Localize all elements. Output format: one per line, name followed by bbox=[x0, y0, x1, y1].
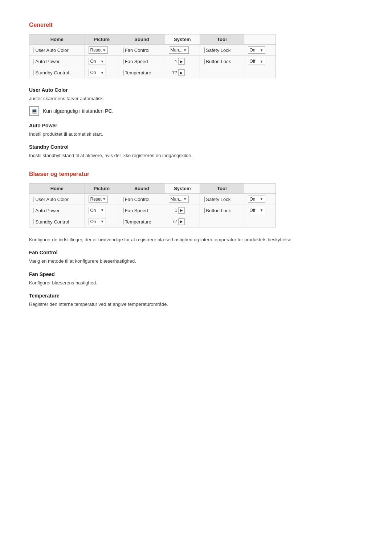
dropdown-box[interactable]: On ▼ bbox=[89, 69, 106, 76]
tab-sound[interactable]: Sound bbox=[119, 183, 165, 193]
dropdown-arrow-icon: ▼ bbox=[101, 219, 104, 223]
dropdown-box[interactable]: Reset ▼ bbox=[89, 196, 108, 203]
col5-label bbox=[200, 67, 244, 78]
dropdown-box[interactable]: Man... ▼ bbox=[169, 46, 189, 54]
value-display: 77 bbox=[169, 219, 177, 224]
pipe-icon: | bbox=[123, 69, 124, 75]
subsection-heading: Temperature bbox=[29, 293, 363, 299]
section-blaaser-og-temperatur: Blæser og temperatur HomePictureSoundSys… bbox=[29, 171, 363, 308]
pipe-icon: | bbox=[123, 196, 124, 202]
dropdown-arrow-icon: ▼ bbox=[260, 59, 264, 63]
col4-control: Man... ▼ bbox=[165, 193, 200, 205]
col4-control: 77 ▶ bbox=[165, 67, 200, 78]
col1-label: |Auto Power bbox=[29, 205, 85, 216]
tab-home[interactable]: Home bbox=[29, 183, 85, 193]
dropdown-box[interactable]: On ▼ bbox=[248, 46, 265, 54]
tab-picture[interactable]: Picture bbox=[85, 34, 119, 45]
dropdown-value: On bbox=[90, 59, 96, 64]
dropdown-value: On bbox=[90, 219, 96, 224]
pipe-icon: | bbox=[123, 207, 124, 213]
col2-control: On ▼ bbox=[85, 67, 119, 78]
arrow-right-button[interactable]: ▶ bbox=[178, 207, 185, 214]
col6-control bbox=[244, 216, 275, 227]
pc-icon: 💻 bbox=[29, 106, 39, 116]
tab-sound[interactable]: Sound bbox=[119, 34, 165, 45]
col3-label: |Temperature bbox=[119, 216, 165, 227]
dropdown-arrow-icon: ▼ bbox=[102, 48, 106, 52]
menu-table: HomePictureSoundSystemTool |User Auto Co… bbox=[29, 34, 276, 78]
pipe-icon: | bbox=[204, 58, 205, 64]
dropdown-box[interactable]: On ▼ bbox=[248, 196, 265, 203]
subsection-description: Indstil standbytilstand til at aktivere,… bbox=[29, 152, 363, 159]
col3-label: |Fan Speed bbox=[119, 205, 165, 216]
dropdown-arrow-icon: ▼ bbox=[101, 71, 104, 75]
col6-control: On ▼ bbox=[244, 193, 275, 205]
col6-control bbox=[244, 67, 275, 78]
subsection-fan-control: Fan ControlVælg en metode til at konfigu… bbox=[29, 250, 363, 265]
col2-control: On ▼ bbox=[85, 56, 119, 67]
subsection-description: Registrer den interne temperatur ved at … bbox=[29, 301, 363, 308]
col4-control: Man... ▼ bbox=[165, 45, 200, 56]
col6-control: Off ▼ bbox=[244, 56, 275, 67]
subsection-description: Justér skærmens farver automatisk. bbox=[29, 95, 363, 102]
col5-label bbox=[200, 216, 244, 227]
pipe-icon: | bbox=[33, 58, 34, 64]
dropdown-arrow-icon: ▼ bbox=[183, 197, 187, 201]
pipe-icon: | bbox=[204, 196, 205, 202]
col5-label: |Button Lock bbox=[200, 56, 244, 67]
dropdown-arrow-icon: ▼ bbox=[260, 208, 264, 212]
dropdown-value: On bbox=[250, 197, 256, 202]
section-title: Generelt bbox=[29, 22, 363, 28]
dropdown-value: On bbox=[90, 208, 96, 213]
pipe-icon: | bbox=[123, 218, 124, 225]
subsection-heading: Fan Control bbox=[29, 250, 363, 255]
col4-control: 1 ▶ bbox=[165, 205, 200, 216]
dropdown-box[interactable]: Man... ▼ bbox=[169, 196, 189, 203]
subsection-heading: Standby Control bbox=[29, 144, 363, 150]
dropdown-value: On bbox=[250, 48, 256, 53]
dropdown-arrow-icon: ▼ bbox=[102, 197, 106, 201]
pipe-icon: | bbox=[204, 47, 205, 53]
dropdown-box[interactable]: On ▼ bbox=[89, 58, 106, 65]
dropdown-box[interactable]: On ▼ bbox=[89, 207, 106, 214]
dropdown-arrow-icon: ▼ bbox=[183, 48, 187, 52]
subsection-heading: Fan Speed bbox=[29, 271, 363, 277]
table-row: |Standby Control On ▼ |Temperature 77 ▶ bbox=[29, 216, 276, 227]
tab-picture[interactable]: Picture bbox=[85, 183, 119, 193]
arrow-right-button[interactable]: ▶ bbox=[178, 58, 185, 65]
subsection-temperature: TemperatureRegistrer den interne tempera… bbox=[29, 293, 363, 308]
value-display: 1 bbox=[169, 208, 177, 213]
pipe-icon: | bbox=[33, 196, 34, 202]
table-row: |Auto Power On ▼ |Fan Speed 1 ▶ |Button … bbox=[29, 205, 276, 216]
value-display: 1 bbox=[169, 59, 177, 64]
col6-control: On ▼ bbox=[244, 45, 275, 56]
section-generelt: Generelt HomePictureSoundSystemTool |Use… bbox=[29, 22, 363, 159]
tab-tool[interactable]: Tool bbox=[200, 34, 244, 45]
arrow-right-button[interactable]: ▶ bbox=[178, 69, 185, 76]
tab-system[interactable]: System bbox=[165, 183, 200, 193]
col1-label: |Standby Control bbox=[29, 216, 85, 227]
dropdown-box[interactable]: Reset ▼ bbox=[89, 46, 108, 54]
tab-home[interactable]: Home bbox=[29, 34, 85, 45]
subsection-auto-power: Auto PowerIndstil produktet til automati… bbox=[29, 123, 363, 138]
dropdown-box[interactable]: On ▼ bbox=[89, 218, 106, 225]
section-title: Blæser og temperatur bbox=[29, 171, 363, 177]
tab-tool[interactable]: Tool bbox=[200, 183, 244, 193]
table-row: |Auto Power On ▼ |Fan Speed 1 ▶ |Button … bbox=[29, 56, 276, 67]
col6-control: Off ▼ bbox=[244, 205, 275, 216]
dropdown-arrow-icon: ▼ bbox=[101, 59, 104, 63]
pipe-icon: | bbox=[33, 47, 34, 53]
dropdown-value: Off bbox=[250, 59, 256, 64]
col3-label: |Fan Speed bbox=[119, 56, 165, 67]
arrow-right-button[interactable]: ▶ bbox=[178, 218, 185, 225]
dropdown-value: Man... bbox=[171, 48, 183, 53]
value-display: 77 bbox=[169, 70, 177, 75]
dropdown-arrow-icon: ▼ bbox=[260, 197, 264, 201]
pc-note-text: Kun tilgængelig i tilstanden PC. bbox=[43, 108, 114, 114]
dropdown-box[interactable]: Off ▼ bbox=[248, 207, 265, 214]
dropdown-box[interactable]: Off ▼ bbox=[248, 58, 265, 65]
tab-system[interactable]: System bbox=[165, 34, 200, 45]
pipe-icon: | bbox=[123, 47, 124, 53]
dropdown-arrow-icon: ▼ bbox=[260, 48, 264, 52]
dropdown-value: Off bbox=[250, 208, 256, 213]
